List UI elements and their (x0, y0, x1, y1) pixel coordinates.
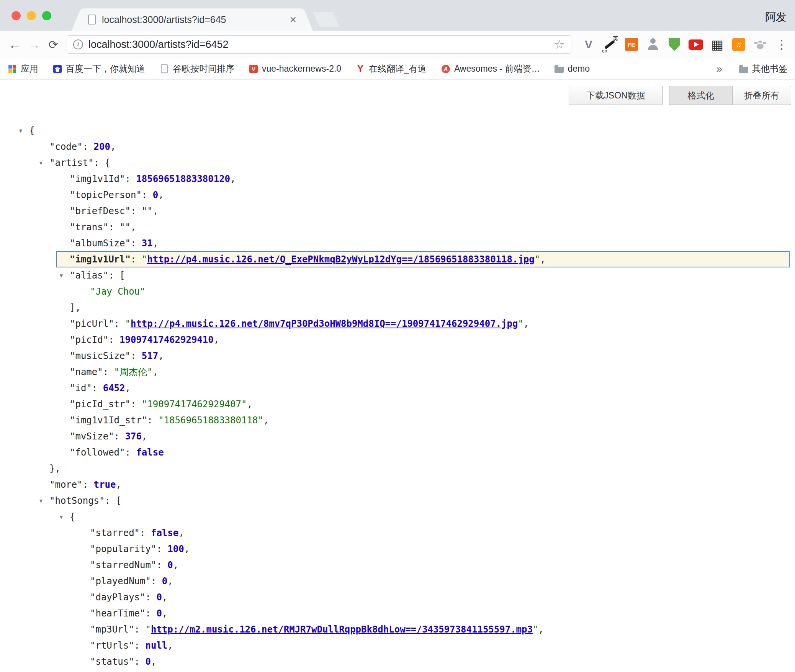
json-value: 376 (125, 431, 142, 442)
json-value: false (151, 528, 178, 538)
forward-button[interactable]: → (25, 37, 44, 52)
collapse-toggle-icon[interactable]: ▼ (57, 509, 66, 525)
json-colon: : (140, 528, 151, 538)
json-close-bracket: }, (49, 463, 61, 474)
new-tab-button[interactable] (313, 12, 340, 27)
bookmark-baidu[interactable]: 百度一下，你就知道 (53, 63, 145, 75)
json-colon: : (142, 190, 153, 200)
json-key: "hearTime" (90, 608, 146, 619)
json-close-bracket: ], (70, 302, 81, 313)
json-value: 0 (156, 608, 162, 619)
site-info-icon[interactable]: i (73, 39, 83, 49)
other-bookmarks-folder[interactable]: 其他书签 (739, 63, 787, 75)
document-icon (160, 64, 169, 74)
zoom-window-button[interactable] (42, 11, 51, 20)
json-value: 0 (146, 656, 151, 667)
collapse-all-button[interactable]: 折叠所有 (733, 86, 791, 105)
awesomes-glyph: A (442, 65, 450, 73)
view-toggle-group: 格式化 折叠所有 (669, 86, 791, 105)
close-window-button[interactable] (11, 11, 21, 20)
download-json-button[interactable]: 下载JSON数据 (569, 86, 663, 105)
bookmark-label: Awesomes - 前端资… (454, 63, 540, 75)
json-line: "briefDesc": "", (0, 203, 795, 219)
json-viewer: ▼{"code": 200,▼"artist": {"img1v1Id": 18… (0, 123, 795, 672)
fe-glyph: FE (625, 38, 638, 51)
url-text: localhost:3000/artists?id=6452 (88, 39, 554, 51)
json-line: "mvSize": 376, (0, 428, 795, 444)
address-bar[interactable]: i localhost:3000/artists?id=6452 ☆ (67, 35, 571, 54)
bookmark-label: 在线翻译_有道 (369, 63, 427, 75)
json-url-link[interactable]: http://m2.music.126.net/RMJR7wDullRqppBk… (151, 624, 533, 635)
json-body: ▼{"code": 200,▼"artist": {"img1v1Id": 18… (0, 123, 795, 672)
json-key: "artist" (49, 157, 94, 168)
json-url-link[interactable]: http://p4.music.126.net/8mv7qP30Pd3oHW8b… (131, 318, 518, 329)
json-quote: " (146, 624, 151, 635)
json-colon: : (131, 351, 142, 361)
reload-button[interactable]: ⟳ (44, 38, 63, 51)
extension-player-icon[interactable]: ♫ (731, 36, 747, 52)
extension-youtube-icon[interactable] (688, 36, 704, 52)
browser-window: localhost:3000/artists?id=645 × 阿发 ← → ⟳… (0, 0, 795, 672)
tab-close-icon[interactable]: × (290, 14, 296, 25)
youdao-icon: Y (356, 64, 365, 74)
bookmark-folder-demo[interactable]: demo (555, 64, 590, 74)
json-colon: : (108, 222, 119, 233)
json-key: "hotSongs" (49, 495, 105, 506)
collapse-toggle-icon[interactable]: ▼ (57, 267, 66, 284)
json-url-link[interactable]: http://p4.music.126.net/Q_ExePNkmqB2yWyL… (147, 254, 534, 265)
json-colon: : (134, 656, 146, 667)
folder-icon (739, 64, 748, 74)
json-comma: , (263, 415, 269, 426)
page-content: 下载JSON数据 格式化 折叠所有 ▼{"code": 200,▼"artist… (0, 80, 795, 672)
json-colon: : (83, 479, 94, 490)
json-colon: : (125, 174, 136, 184)
json-colon: : (134, 624, 146, 635)
json-comma: , (153, 238, 158, 249)
json-value: 0 (167, 560, 173, 570)
json-line: "mp3Url": "http://m2.music.126.net/RMJR7… (0, 621, 795, 638)
bookmark-youdao[interactable]: Y 在线翻译_有道 (356, 63, 427, 75)
extension-fe-icon[interactable]: FE (623, 36, 640, 52)
json-key: "dayPlays" (90, 592, 146, 603)
json-key: "picUrl" (70, 318, 114, 329)
bookmark-star-icon[interactable]: ☆ (554, 37, 565, 52)
bookmark-awesomes[interactable]: A Awesomes - 前端资… (441, 63, 540, 75)
browser-menu-button[interactable]: ⋮ (774, 36, 790, 52)
json-line: "copyFrom": "", (0, 670, 795, 672)
json-line: "status": 0, (0, 654, 795, 670)
json-open-bracket: { (29, 125, 34, 136)
bookmark-label: 应用 (21, 63, 38, 75)
json-line: "followed": false (0, 444, 795, 461)
minimize-window-button[interactable] (27, 11, 36, 20)
music-note-icon: ♫ (736, 40, 742, 49)
baidu-box-shape (53, 65, 62, 73)
json-key: "albumSize" (70, 238, 131, 249)
json-colon: : (108, 334, 119, 345)
extension-vimium-icon[interactable]: V (581, 36, 597, 52)
json-value: false (136, 447, 164, 458)
json-comma: , (523, 318, 529, 329)
bookmark-vue-hackernews[interactable]: V vue-hackernews-2.0 (249, 64, 341, 74)
folder-shape (739, 67, 748, 73)
json-value: "Jay Chou" (90, 286, 146, 297)
bookmark-apps[interactable]: 应用 (8, 63, 38, 75)
extension-paw-icon[interactable] (752, 36, 768, 52)
extension-profile-icon[interactable] (645, 36, 661, 52)
bookmarks-overflow-icon[interactable]: » (716, 63, 722, 75)
collapse-toggle-icon[interactable]: ▼ (36, 493, 46, 509)
extension-adguard-icon[interactable] (666, 36, 682, 52)
vue-glyph: V (249, 65, 258, 73)
extension-translate-pen-icon[interactable]: 英 en (602, 36, 618, 52)
bookmark-label: 百度一下，你就知道 (66, 63, 145, 75)
collapse-toggle-icon[interactable]: ▼ (36, 155, 46, 171)
json-comma: , (162, 608, 167, 619)
collapse-toggle-icon[interactable]: ▼ (16, 123, 25, 139)
bookmark-google-sort[interactable]: 谷歌按时间排序 (160, 63, 234, 75)
json-comma: , (167, 640, 173, 651)
json-line: "more": true, (0, 477, 795, 493)
browser-tab[interactable]: localhost:3000/artists?id=645 × (81, 8, 303, 31)
back-button[interactable]: ← (5, 37, 25, 52)
format-button[interactable]: 格式化 (669, 86, 733, 105)
json-colon: : (114, 431, 125, 442)
extension-qrcode-icon[interactable]: ▦ (709, 36, 725, 52)
